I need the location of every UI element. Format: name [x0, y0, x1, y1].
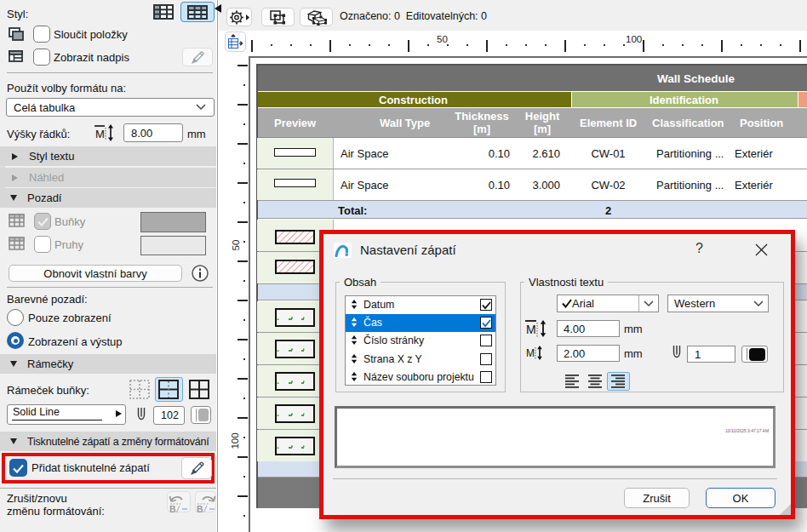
svg-text:M: M	[526, 347, 535, 359]
svg-text:B: B	[169, 504, 176, 513]
svg-text:/: /	[203, 504, 208, 513]
svg-text:M: M	[95, 128, 105, 140]
svg-text:B: B	[197, 504, 203, 513]
svg-text:/: /	[176, 504, 180, 513]
svg-text:M: M	[526, 323, 536, 336]
